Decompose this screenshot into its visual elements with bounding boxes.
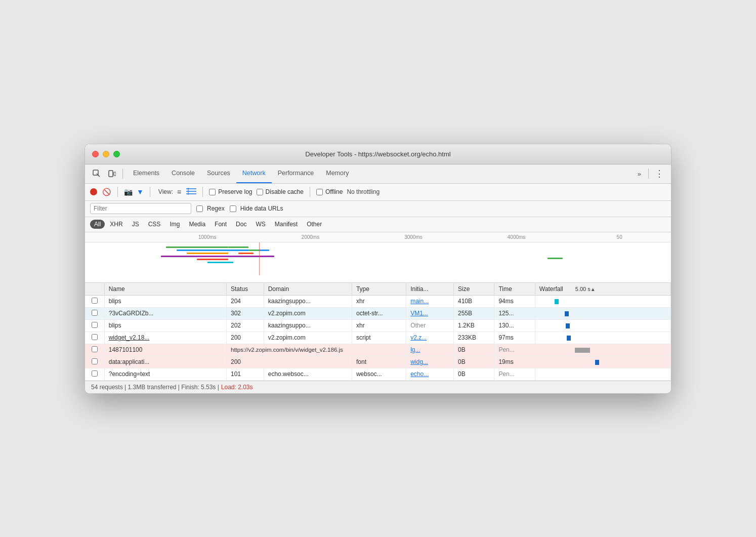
- hide-data-urls-group[interactable]: Hide data URLs: [230, 205, 283, 212]
- row-status: 202: [226, 319, 264, 332]
- row-initiator[interactable]: lg...: [406, 344, 454, 356]
- type-filter-bar: All XHR JS CSS Img Media Font Doc WS Man…: [85, 217, 671, 232]
- row-checkbox[interactable]: [92, 358, 98, 364]
- th-name[interactable]: Name: [104, 283, 226, 296]
- row-name[interactable]: blips: [104, 295, 226, 307]
- row-name[interactable]: ?encoding=text: [104, 368, 226, 380]
- timeline-ruler: 1000ms 2000ms 3000ms 4000ms 50: [85, 232, 671, 242]
- row-checkbox[interactable]: [92, 334, 98, 340]
- view-label: View:: [158, 188, 173, 195]
- row-name[interactable]: widget_v2.18...: [104, 332, 226, 344]
- row-initiator[interactable]: v2.z...: [406, 332, 454, 344]
- tab-performance[interactable]: Performance: [272, 164, 320, 183]
- tab-sources[interactable]: Sources: [201, 164, 236, 183]
- tab-memory[interactable]: Memory: [320, 164, 355, 183]
- group-view-icon[interactable]: [186, 188, 196, 196]
- list-view-icon[interactable]: ≡: [177, 188, 181, 196]
- row-waterfall: [535, 295, 670, 307]
- clear-log-icon[interactable]: 🚫: [101, 187, 111, 197]
- type-filter-font[interactable]: Font: [211, 220, 231, 229]
- row-checkbox-cell: [85, 307, 104, 319]
- th-waterfall[interactable]: Waterfall 5.00 s▲: [535, 283, 670, 296]
- type-filter-media[interactable]: Media: [185, 220, 209, 229]
- th-status[interactable]: Status: [226, 283, 264, 296]
- row-checkbox-cell: [85, 344, 104, 356]
- row-domain: v2.zopim.com: [264, 332, 352, 344]
- type-filter-other[interactable]: Other: [303, 220, 326, 229]
- row-status: 200: [226, 356, 264, 368]
- type-filter-ws[interactable]: WS: [251, 220, 269, 229]
- row-size: 410B: [454, 295, 494, 307]
- maximize-button[interactable]: [113, 151, 120, 157]
- divider-3: [117, 187, 118, 197]
- row-time: Pen...: [494, 344, 535, 356]
- row-initiator[interactable]: VM1...: [406, 307, 454, 319]
- row-size: 1.2KB: [454, 319, 494, 332]
- row-initiator[interactable]: widg...: [406, 356, 454, 368]
- disable-cache-group[interactable]: Disable cache: [257, 188, 304, 195]
- row-tooltip-url: https://v2.zopim.com/bin/v/widget_v2.186…: [226, 344, 406, 356]
- row-checkbox[interactable]: [92, 310, 98, 316]
- tab-network[interactable]: Network: [236, 164, 272, 183]
- table-row: data:applicati... 200 font widg... 0B 19…: [85, 356, 671, 368]
- filter-icon[interactable]: ▼: [137, 188, 144, 196]
- type-filter-js[interactable]: JS: [128, 220, 143, 229]
- capture-screenshots-icon[interactable]: 📷: [124, 188, 133, 196]
- throttling-selector[interactable]: No throttling: [347, 188, 380, 195]
- tab-elements[interactable]: Elements: [127, 164, 165, 183]
- offline-group[interactable]: Offline: [316, 188, 343, 195]
- filter-input[interactable]: [90, 203, 191, 214]
- more-tabs-button[interactable]: »: [635, 170, 644, 178]
- close-button[interactable]: [92, 151, 99, 157]
- divider-5: [202, 187, 203, 197]
- disable-cache-checkbox[interactable]: [257, 189, 263, 195]
- preserve-log-group[interactable]: Preserve log: [209, 188, 252, 195]
- row-domain: [264, 356, 352, 368]
- settings-menu-button[interactable]: ⋮: [653, 168, 666, 179]
- row-type: octet-str...: [352, 307, 406, 319]
- th-size[interactable]: Size: [454, 283, 494, 296]
- row-checkbox[interactable]: [92, 370, 98, 377]
- row-waterfall: [535, 332, 670, 344]
- divider-4: [150, 187, 150, 197]
- row-name[interactable]: 1487101100: [104, 344, 226, 356]
- row-checkbox[interactable]: [92, 322, 98, 328]
- type-filter-xhr[interactable]: XHR: [106, 220, 127, 229]
- type-filter-doc[interactable]: Doc: [232, 220, 250, 229]
- offline-checkbox[interactable]: [316, 189, 323, 195]
- table-row: 1487101100 https://v2.zopim.com/bin/v/wi…: [85, 344, 671, 356]
- th-domain[interactable]: Domain: [264, 283, 352, 296]
- th-type[interactable]: Type: [352, 283, 406, 296]
- row-initiator[interactable]: main...: [406, 295, 454, 307]
- row-time: 125...: [494, 307, 535, 319]
- tab-console[interactable]: Console: [165, 164, 201, 183]
- row-name[interactable]: data:applicati...: [104, 356, 226, 368]
- type-filter-img[interactable]: Img: [165, 220, 184, 229]
- row-time: 19ms: [494, 356, 535, 368]
- minimize-button[interactable]: [103, 151, 109, 157]
- row-initiator[interactable]: echo...: [406, 368, 454, 380]
- record-button[interactable]: [90, 188, 97, 195]
- row-domain: kaazingsuppo...: [264, 295, 352, 307]
- type-filter-all[interactable]: All: [90, 220, 105, 229]
- timeline-area: 1000ms 2000ms 3000ms 4000ms 50: [85, 232, 671, 283]
- filter-bar: Regex Hide data URLs: [85, 201, 671, 217]
- regex-group[interactable]: Regex: [196, 205, 225, 212]
- type-filter-manifest[interactable]: Manifest: [271, 220, 302, 229]
- row-status: 302: [226, 307, 264, 319]
- device-toolbar-icon[interactable]: [105, 167, 118, 180]
- th-initiator[interactable]: Initia...: [406, 283, 454, 296]
- row-checkbox[interactable]: [92, 346, 98, 352]
- row-type: xhr: [352, 295, 406, 307]
- th-time[interactable]: Time: [494, 283, 535, 296]
- inspect-element-icon[interactable]: [90, 167, 103, 180]
- hide-data-urls-checkbox[interactable]: [230, 205, 236, 212]
- row-name[interactable]: ?3vCaGRDIZb...: [104, 307, 226, 319]
- row-name[interactable]: blips: [104, 319, 226, 332]
- regex-checkbox[interactable]: [196, 205, 203, 212]
- status-bar: 54 requests | 1.3MB transferred | Finish…: [85, 381, 671, 393]
- row-checkbox-cell: [85, 319, 104, 332]
- preserve-log-checkbox[interactable]: [209, 189, 216, 195]
- type-filter-css[interactable]: CSS: [144, 220, 165, 229]
- row-checkbox[interactable]: [92, 298, 98, 304]
